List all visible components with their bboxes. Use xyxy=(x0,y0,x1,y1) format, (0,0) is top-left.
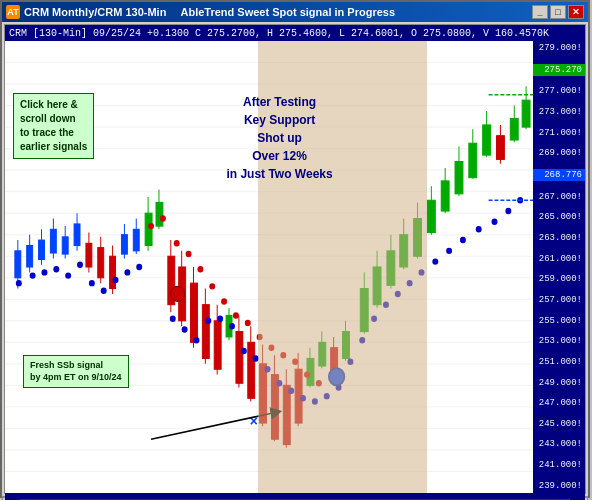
price-241: 241.000! xyxy=(533,460,585,470)
svg-point-115 xyxy=(170,315,176,321)
svg-point-140 xyxy=(476,226,482,232)
price-275-highlight: 275.270 xyxy=(533,64,585,76)
svg-point-149 xyxy=(209,283,215,289)
svg-point-109 xyxy=(77,262,83,268)
svg-point-147 xyxy=(186,251,192,257)
price-268-highlight: 268.776 xyxy=(533,169,585,181)
price-axis: 279.000! 275.270 277.000! 273.000! 271.0… xyxy=(533,41,585,493)
price-269: 269.000! xyxy=(533,148,585,158)
price-255: 255.000! xyxy=(533,316,585,326)
price-249: 249.000! xyxy=(533,378,585,388)
svg-point-151 xyxy=(233,312,239,318)
app-label: CRM Monthly/CRM 130-Min xyxy=(24,6,166,18)
svg-point-137 xyxy=(432,258,438,264)
ohlcv-info: CRM [130-Min] 09/25/24 +0.1300 C 275.270… xyxy=(9,28,549,39)
price-265: 265.000! xyxy=(533,212,585,222)
center-line2: Key Support xyxy=(244,113,315,127)
ssb-line2: by 4pm ET on 9/10/24 xyxy=(30,372,122,382)
center-line1: After Testing xyxy=(243,95,316,109)
price-267: 267.000! xyxy=(533,192,585,202)
window-frame: AT CRM Monthly/CRM 130-Min AbleTrend Swe… xyxy=(0,0,590,498)
svg-point-112 xyxy=(113,277,119,283)
svg-point-106 xyxy=(42,269,48,275)
price-247: 247.000! xyxy=(533,398,585,408)
info-bar: CRM [130-Min] 09/25/24 +0.1300 C 275.270… xyxy=(5,25,585,41)
svg-point-118 xyxy=(205,318,211,324)
center-annotation: After Testing Key Support Shot up Over 1… xyxy=(226,93,332,183)
center-line3: Shot up xyxy=(257,131,302,145)
app-icon: AT xyxy=(6,5,20,19)
window-controls: _ □ ✕ xyxy=(532,5,584,19)
svg-point-108 xyxy=(65,272,71,278)
svg-point-141 xyxy=(492,219,498,225)
svg-point-138 xyxy=(446,248,452,254)
ssb-line1: Fresh SSb signal xyxy=(30,360,103,370)
price-261: 261.000! xyxy=(533,254,585,264)
chart-main: × Click here & scrol xyxy=(5,41,533,493)
price-243: 243.000! xyxy=(533,439,585,449)
svg-point-119 xyxy=(217,315,223,321)
center-line4: Over 12% xyxy=(252,149,307,163)
price-263: 263.000! xyxy=(533,233,585,243)
chart-wrapper: × Click here & scrol xyxy=(5,41,585,493)
svg-point-139 xyxy=(460,237,466,243)
svg-point-145 xyxy=(160,215,166,221)
svg-point-148 xyxy=(197,266,203,272)
price-271: 271.000! xyxy=(533,128,585,138)
price-257: 257.000! xyxy=(533,295,585,305)
svg-point-113 xyxy=(124,269,130,275)
price-245: 245.000! xyxy=(533,419,585,429)
price-259: 259.000! xyxy=(533,274,585,284)
price-279: 279.000! xyxy=(533,43,585,53)
svg-point-105 xyxy=(30,272,36,278)
price-239: 239.000! xyxy=(533,481,585,491)
svg-point-114 xyxy=(136,264,142,270)
svg-point-116 xyxy=(182,326,188,332)
svg-point-146 xyxy=(174,240,180,246)
click-annotation[interactable]: Click here & scroll down to trace the ea… xyxy=(13,93,94,159)
center-line5: in Just Two Weeks xyxy=(226,167,332,181)
svg-point-142 xyxy=(505,208,511,214)
svg-point-117 xyxy=(194,337,200,343)
svg-point-111 xyxy=(101,287,107,293)
svg-point-144 xyxy=(148,223,154,229)
svg-point-104 xyxy=(16,280,22,286)
price-273: 273.000! xyxy=(533,107,585,117)
price-277: 277.000! xyxy=(533,86,585,96)
price-251: 251.000! xyxy=(533,357,585,367)
svg-point-121 xyxy=(241,348,247,354)
svg-point-110 xyxy=(89,280,95,286)
app-icon-label: AT xyxy=(7,7,18,17)
svg-point-152 xyxy=(245,320,251,326)
minimize-button[interactable]: _ xyxy=(532,5,548,19)
title-bar: AT CRM Monthly/CRM 130-Min AbleTrend Swe… xyxy=(2,2,588,22)
annotation-line2: scroll down xyxy=(20,113,76,124)
svg-text:×: × xyxy=(250,413,258,430)
annotation-line3: to trace the xyxy=(20,127,74,138)
annotation-line1: Click here & xyxy=(20,99,78,110)
title-separator xyxy=(170,6,176,18)
annotation-line4: earlier signals xyxy=(20,141,87,152)
maximize-button[interactable]: □ xyxy=(550,5,566,19)
window-title: AbleTrend Sweet Spot signal in Progress xyxy=(181,6,396,18)
price-253: 253.000! xyxy=(533,336,585,346)
svg-point-159 xyxy=(171,286,185,301)
title-bar-left: AT CRM Monthly/CRM 130-Min AbleTrend Swe… xyxy=(6,5,395,19)
svg-point-120 xyxy=(229,323,235,329)
svg-point-150 xyxy=(221,298,227,304)
close-button[interactable]: ✕ xyxy=(568,5,584,19)
svg-point-107 xyxy=(53,266,59,272)
chart-area: CRM [130-Min] 09/25/24 +0.1300 C 275.270… xyxy=(4,24,586,494)
ssb-annotation: Fresh SSb signal by 4pm ET on 9/10/24 xyxy=(23,355,129,388)
